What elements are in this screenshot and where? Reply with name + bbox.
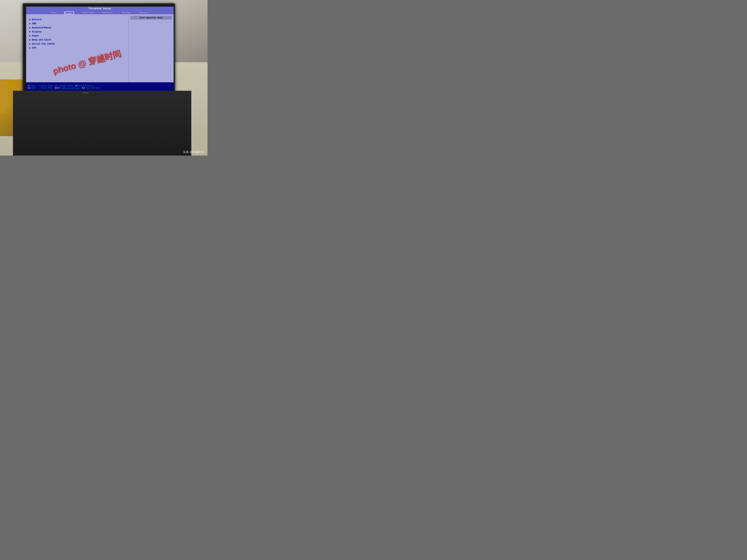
menu-item-sata[interactable]: ▶ Serial ATA (SATA) <box>29 42 125 46</box>
arrow-icon-keyboard: ▶ <box>29 26 31 29</box>
status-row-2: Esc Exit ↔ Select Menu Enter Select ▶ Su… <box>28 87 100 89</box>
lenovo-text: lenovo <box>83 92 88 94</box>
arrow-icon-cpu: ▶ <box>29 47 31 49</box>
f9-pair: F9 Setup Defaults <box>75 85 94 87</box>
menu-label-network: Network <box>32 18 42 21</box>
menu-item-usb[interactable]: ▶ USB <box>29 22 125 26</box>
change-values-desc: Change Values <box>59 85 73 87</box>
select-menu-desc: Select Menu <box>41 87 53 89</box>
arrow-icon-sata: ▶ <box>29 43 31 45</box>
laptop-body: ThinkPad Setup Main Config Date/Time Sec… <box>13 3 191 152</box>
menu-label-usb: USB <box>32 22 36 25</box>
menu-label-cpu: CPU <box>32 47 36 49</box>
f10-key: F10 <box>82 87 85 89</box>
bottom-watermark: 头条 @穿越时间 <box>183 150 204 154</box>
menu-item-beep[interactable]: ▶ Beep and Alarm <box>29 38 125 42</box>
menu-item-keyboard[interactable]: ▶ Keyboard/Mouse <box>29 26 125 30</box>
bios-menu-panel: ▶ Network ▶ USB ▶ Keyboard/Mouse ▶ Displ… <box>26 14 128 82</box>
bios-navigation: Main Config Date/Time Security Startup R… <box>26 11 174 14</box>
arrow-icon-beep: ▶ <box>29 38 31 41</box>
bios-content-area: ▶ Network ▶ USB ▶ Keyboard/Mouse ▶ Displ… <box>26 14 174 82</box>
plusminus-key: +/- <box>55 85 58 87</box>
enter-key: Enter <box>55 87 60 89</box>
nav-datetime[interactable]: Date/Time <box>81 11 95 14</box>
f9-key: F9 <box>75 85 77 87</box>
nav-main[interactable]: Main <box>50 11 57 14</box>
status-row-1: F1 Help ↑↓ Select Item +/- Change Values <box>28 85 100 87</box>
menu-item-display[interactable]: ▶ Display <box>29 30 125 34</box>
menu-label-display: Display <box>32 30 42 33</box>
bios-title-text: ThinkPad Setup <box>88 7 111 10</box>
nav-restart[interactable]: Restart <box>138 11 150 14</box>
nav-startup[interactable]: Startup <box>121 11 132 14</box>
f1-help-pair: F1 Help <box>28 85 35 87</box>
enter-pair: Enter Select ▶ Sub-Menu <box>55 87 79 89</box>
nav-config[interactable]: Config <box>64 11 74 14</box>
esc-key: Esc <box>28 87 31 89</box>
menu-label-sata: Serial ATA (SATA) <box>32 43 55 45</box>
select-item-desc: Select Item <box>41 85 53 87</box>
menu-item-network[interactable]: ▶ Network <box>29 18 125 22</box>
bios-title: ThinkPad Setup <box>26 7 174 11</box>
leftright-pair: ↔ Select Menu <box>38 87 52 89</box>
help-title-text: Item Specific Help <box>140 17 162 19</box>
status-left: F1 Help ↑↓ Select Item +/- Change Values <box>28 85 100 89</box>
setup-defaults-desc: Setup Defaults <box>78 85 93 87</box>
f10-pair: F10 Save and Exit <box>82 87 100 89</box>
leftright-key: ↔ <box>38 87 40 89</box>
menu-label-keyboard: Keyboard/Mouse <box>32 26 51 29</box>
esc-pair: Esc Exit <box>28 87 36 89</box>
menu-label-power: Power <box>32 34 39 37</box>
updown-pair: ↑↓ Select Item <box>37 85 53 87</box>
arrow-icon-display: ▶ <box>29 30 31 33</box>
select-submenu-desc: Select ▶ Sub-Menu <box>61 87 79 89</box>
help-panel-title: Item Specific Help <box>130 16 172 20</box>
arrow-icon-usb: ▶ <box>29 22 31 25</box>
bios-screen: ThinkPad Setup Main Config Date/Time Sec… <box>26 7 174 91</box>
bottom-watermark-text: 头条 @穿越时间 <box>183 150 204 154</box>
lenovo-logo: lenovo <box>83 92 88 94</box>
laptop-keyboard: EscF1F2F3F4F5F6F7F8F9F10F11F12Del`123456… <box>13 91 191 156</box>
arrow-icon-power: ▶ <box>29 34 31 37</box>
bios-status-bar: F1 Help ↑↓ Select Item +/- Change Values <box>26 82 174 91</box>
arrow-icon-network: ▶ <box>29 18 31 21</box>
f1-key: F1 <box>28 85 30 87</box>
updown-key: ↑↓ <box>37 85 40 87</box>
screen-bezel: ThinkPad Setup Main Config Date/Time Sec… <box>23 3 175 94</box>
menu-item-power[interactable]: ▶ Power <box>29 34 125 38</box>
menu-item-cpu[interactable]: ▶ CPU <box>29 46 125 50</box>
nav-security[interactable]: Security <box>101 11 114 14</box>
plusminus-pair: +/- Change Values <box>55 85 73 87</box>
menu-label-beep: Beep and Alarm <box>32 38 51 41</box>
exit-desc: Exit <box>32 87 36 89</box>
save-exit-desc: Save and Exit <box>86 87 100 89</box>
bios-help-panel: Item Specific Help <box>128 14 174 82</box>
help-desc: Help <box>31 85 35 87</box>
